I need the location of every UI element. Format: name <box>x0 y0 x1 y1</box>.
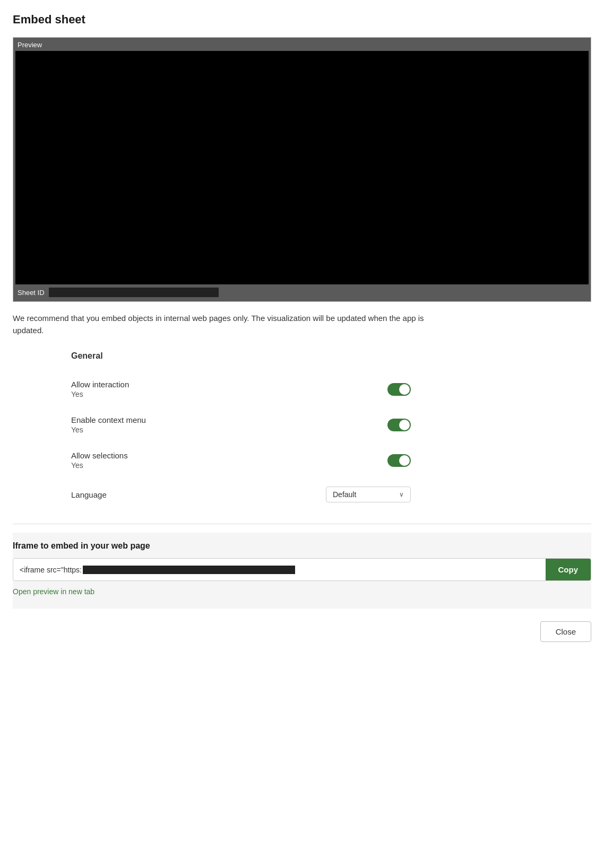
enable-context-menu-label-block: Enable context menu Yes <box>71 415 146 434</box>
allow-selections-toggle[interactable] <box>387 454 411 467</box>
embed-code-area[interactable]: <iframe src="https: <box>13 559 546 580</box>
enable-context-menu-value: Yes <box>71 426 146 434</box>
page-title: Embed sheet <box>13 13 591 27</box>
general-section: General Allow interaction Yes Enable con… <box>13 351 591 511</box>
preview-viewport <box>15 51 589 284</box>
iframe-section-title: Iframe to embed in your web page <box>13 541 591 551</box>
toggle-track <box>387 383 411 396</box>
recommendation-text: We recommend that you embed objects in i… <box>13 313 437 336</box>
preview-container: Preview Sheet ID <box>13 37 591 302</box>
close-button[interactable]: Close <box>540 621 591 642</box>
iframe-section: Iframe to embed in your web page <iframe… <box>13 533 591 609</box>
embed-sheet-dialog: Embed sheet Preview Sheet ID We recommen… <box>0 0 604 659</box>
chevron-down-icon: ∨ <box>399 491 404 498</box>
enable-context-menu-toggle[interactable] <box>387 419 411 431</box>
toggle-thumb <box>399 384 410 395</box>
enable-context-menu-row: Enable context menu Yes <box>71 407 411 442</box>
embed-code-redacted <box>83 566 295 574</box>
allow-selections-row: Allow selections Yes <box>71 442 411 478</box>
allow-selections-label: Allow selections <box>71 451 128 460</box>
allow-interaction-row: Allow interaction Yes <box>71 371 411 407</box>
allow-interaction-toggle[interactable] <box>387 383 411 396</box>
allow-selections-value: Yes <box>71 461 128 470</box>
toggle-thumb-3 <box>399 455 410 466</box>
allow-interaction-label: Allow interaction <box>71 380 129 389</box>
toggle-thumb-2 <box>399 420 410 430</box>
allow-interaction-value: Yes <box>71 390 129 398</box>
language-row: Language Default ∨ <box>71 478 411 511</box>
language-select-value: Default <box>333 490 356 499</box>
settings-list: Allow interaction Yes Enable context men… <box>71 371 591 511</box>
embed-code-row: <iframe src="https: Copy <box>13 558 591 581</box>
sheet-id-value <box>49 288 219 297</box>
sheet-id-row: Sheet ID <box>15 284 589 299</box>
language-label: Language <box>71 490 107 499</box>
allow-interaction-label-block: Allow interaction Yes <box>71 380 129 398</box>
section-divider <box>13 524 591 524</box>
open-preview-link[interactable]: Open preview in new tab <box>13 587 94 596</box>
language-dropdown[interactable]: Default ∨ <box>326 487 411 502</box>
allow-selections-label-block: Allow selections Yes <box>71 451 128 470</box>
sheet-id-label: Sheet ID <box>18 289 45 297</box>
copy-button[interactable]: Copy <box>546 559 591 580</box>
toggle-track-3 <box>387 454 411 467</box>
preview-label: Preview <box>15 40 589 51</box>
embed-code-prefix: <iframe src="https: <box>20 566 82 574</box>
enable-context-menu-label: Enable context menu <box>71 415 146 424</box>
bottom-actions: Close <box>13 609 591 646</box>
toggle-track-2 <box>387 419 411 431</box>
general-section-title: General <box>71 351 591 361</box>
